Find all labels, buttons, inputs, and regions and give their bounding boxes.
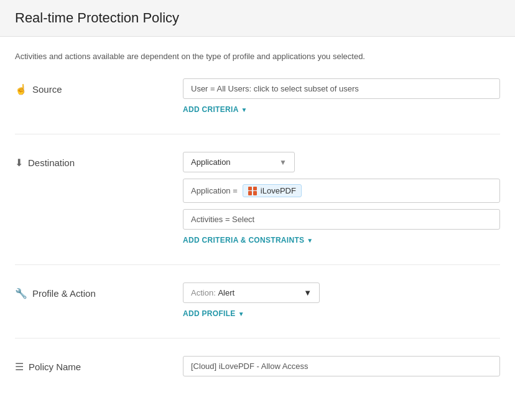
page-title: Real-time Protection Policy [15, 10, 500, 26]
page-content: Activities and actions available are dep… [0, 37, 515, 411]
activities-row[interactable]: Activities = Select [183, 209, 500, 230]
user-icon: ☝ [15, 83, 27, 95]
profile-action-divider [15, 338, 500, 338]
download-icon: ⬇ [15, 157, 23, 169]
action-chevron-icon: ▼ [304, 288, 312, 297]
source-content: User = All Users: click to select subset… [183, 78, 500, 114]
destination-label: ⬇ Destination [15, 152, 183, 169]
profile-action-content: Action: Alert ▼ ADD PROFILE ▼ [183, 282, 500, 318]
application-row: Application = iLovePDF [183, 179, 500, 203]
policy-name-label: ☰ Policy Name [15, 356, 183, 373]
source-section: ☝ Source User = All Users: click to sele… [15, 78, 500, 114]
add-profile-arrow-icon: ▼ [238, 310, 244, 317]
policy-name-section: ☰ Policy Name [Cloud] iLovePDF - Allow A… [15, 356, 500, 376]
destination-section: ⬇ Destination Application ▼ Application … [15, 152, 500, 245]
action-select[interactable]: Action: Alert ▼ [183, 282, 320, 303]
list-icon: ☰ [15, 361, 24, 373]
destination-type-chevron-icon: ▼ [279, 158, 287, 167]
destination-type-select[interactable]: Application ▼ [183, 152, 295, 172]
description-text: Activities and actions available are dep… [15, 52, 500, 61]
action-value-text: Alert [218, 288, 234, 297]
source-divider [15, 134, 500, 134]
destination-content: Application ▼ Application = iLovePDF Act… [183, 152, 500, 245]
profile-action-label: 🔧 Profile & Action [15, 282, 183, 299]
application-badge[interactable]: iLovePDF [243, 184, 302, 197]
ilovepdf-app-icon [248, 187, 257, 195]
page-header: Real-time Protection Policy [0, 0, 515, 37]
destination-add-criteria-button[interactable]: ADD CRITERIA & CONSTRAINTS ▼ [183, 236, 500, 245]
source-add-criteria-button[interactable]: ADD CRITERIA ▼ [183, 105, 500, 114]
add-criteria-arrow-icon: ▼ [241, 106, 248, 113]
destination-divider [15, 264, 500, 265]
source-user-field[interactable]: User = All Users: click to select subset… [183, 78, 500, 99]
profile-action-section: 🔧 Profile & Action Action: Alert ▼ ADD P… [15, 282, 500, 318]
source-label: ☝ Source [15, 78, 183, 95]
action-label-text: Action: [191, 288, 216, 297]
wrench-icon: 🔧 [15, 287, 27, 299]
add-profile-button[interactable]: ADD PROFILE ▼ [183, 309, 500, 318]
policy-name-field[interactable]: [Cloud] iLovePDF - Allow Access [183, 356, 500, 376]
add-criteria-constraints-arrow-icon: ▼ [307, 237, 313, 244]
policy-name-content: [Cloud] iLovePDF - Allow Access [183, 356, 500, 376]
